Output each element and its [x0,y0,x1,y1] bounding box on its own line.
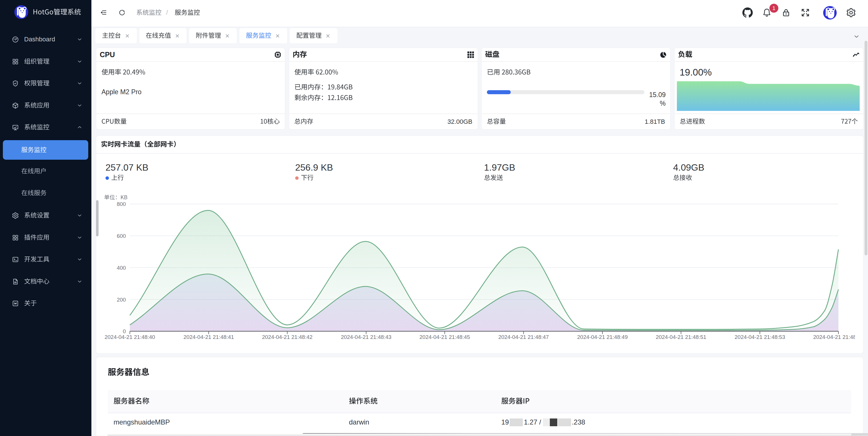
svg-text:2024-04-21 21:48:40: 2024-04-21 21:48:40 [104,334,155,340]
svg-text:400: 400 [117,265,126,271]
svg-text:800: 800 [117,201,126,207]
svg-text:600: 600 [117,233,126,239]
svg-text:2024-04-21 21:48:41: 2024-04-21 21:48:41 [183,334,234,340]
svg-text:200: 200 [117,297,126,303]
svg-text:2024-04-21 21:48:55: 2024-04-21 21:48:55 [813,334,855,340]
svg-text:2024-04-21 21:48:45: 2024-04-21 21:48:45 [419,334,470,340]
svg-text:2024-04-21 21:48:42: 2024-04-21 21:48:42 [262,334,313,340]
svg-text:2024-04-21 21:48:49: 2024-04-21 21:48:49 [577,334,628,340]
svg-text:2024-04-21 21:48:47: 2024-04-21 21:48:47 [498,334,549,340]
svg-text:2024-04-21 21:48:43: 2024-04-21 21:48:43 [341,334,392,340]
svg-text:2024-04-21 21:48:53: 2024-04-21 21:48:53 [735,334,785,340]
svg-text:2024-04-21 21:48:51: 2024-04-21 21:48:51 [656,334,706,340]
svg-text:0: 0 [123,328,126,334]
